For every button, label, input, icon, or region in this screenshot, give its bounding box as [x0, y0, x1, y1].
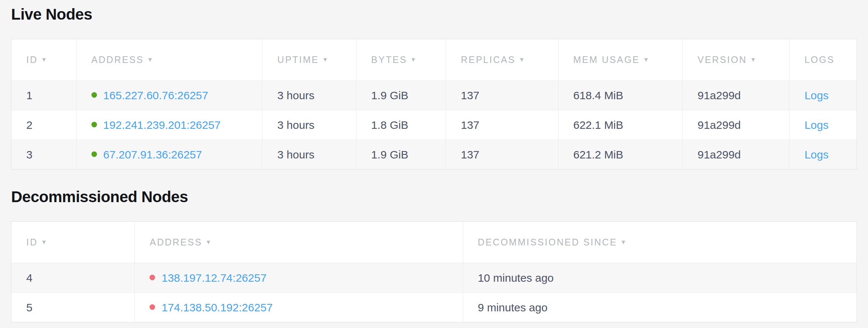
column-header-address[interactable]: ADDRESS▾ [76, 39, 262, 81]
column-header-label: UPTIME [277, 54, 319, 65]
column-header-id[interactable]: ID▾ [11, 39, 77, 81]
column-header-label: REPLICAS [461, 54, 516, 65]
node-logs-link[interactable]: Logs [804, 89, 828, 101]
node-id-cell: 3 [11, 140, 77, 170]
table-row: 3 67.207.91.36:26257 3 hours 1.9 GiB 137… [11, 140, 857, 170]
live-status-dot-icon [91, 122, 97, 127]
column-header-label: ID [26, 54, 38, 65]
node-replicas-cell: 137 [446, 110, 558, 140]
sort-arrow-icon: ▾ [42, 238, 46, 246]
node-logs-link[interactable]: Logs [804, 148, 828, 161]
node-uptime-cell: 3 hours [262, 140, 356, 170]
sort-arrow-icon: ▾ [324, 56, 327, 63]
node-id-cell: 4 [11, 263, 135, 293]
table-row: 4 138.197.12.74:26257 10 minutes ago [11, 263, 857, 293]
table-row: 1 165.227.60.76:26257 3 hours 1.9 GiB 13… [11, 81, 857, 110]
node-bytes-cell: 1.9 GiB [356, 140, 446, 170]
live-nodes-table: ID▾ ADDRESS▾ UPTIME▾ BYTES▾ REPLICAS▾ [11, 39, 857, 170]
node-logs-link[interactable]: Logs [804, 119, 828, 131]
header-row: ID▾ ADDRESS▾ UPTIME▾ BYTES▾ REPLICAS▾ [11, 39, 857, 81]
node-address-cell: 165.227.60.76:26257 [76, 81, 262, 110]
node-uptime-cell: 3 hours [262, 110, 356, 140]
column-header-version[interactable]: VERSION▾ [683, 39, 790, 81]
node-bytes-cell: 1.8 GiB [356, 110, 446, 140]
table-row: 5 174.138.50.192:26257 9 minutes ago [11, 293, 857, 322]
column-header-bytes[interactable]: BYTES▾ [356, 39, 446, 81]
node-bytes-cell: 1.9 GiB [356, 81, 446, 110]
sort-arrow-icon: ▾ [412, 56, 415, 63]
node-address-link[interactable]: 67.207.91.36:26257 [103, 148, 202, 161]
column-header-label: LOGS [804, 54, 834, 65]
live-nodes-table-header: ID▾ ADDRESS▾ UPTIME▾ BYTES▾ REPLICAS▾ [11, 39, 857, 81]
node-address-cell: 174.138.50.192:26257 [135, 293, 463, 322]
node-id-cell: 1 [11, 81, 77, 110]
node-replicas-cell: 137 [446, 140, 558, 170]
node-decommissioned-since-cell: 10 minutes ago [463, 263, 857, 293]
column-header-id[interactable]: ID▾ [11, 222, 135, 263]
node-address-cell: 138.197.12.74:26257 [135, 263, 463, 293]
header-row: ID▾ ADDRESS▾ DECOMMISSIONED SINCE▾ [11, 222, 857, 263]
column-header-address[interactable]: ADDRESS▾ [135, 222, 463, 263]
table-row: 2 192.241.239.201:26257 3 hours 1.8 GiB … [11, 110, 857, 140]
node-version-cell: 91a299d [683, 110, 790, 140]
node-version-cell: 91a299d [683, 81, 790, 110]
sort-arrow-icon: ▾ [520, 56, 524, 63]
sort-arrow-icon: ▾ [751, 56, 755, 63]
sort-arrow-icon: ▾ [644, 56, 648, 63]
sort-arrow-icon: ▾ [42, 56, 46, 63]
column-header-logs: LOGS [790, 39, 857, 81]
decommissioned-nodes-title: Decommissioned Nodes [11, 188, 857, 206]
column-header-label: ADDRESS [150, 237, 202, 247]
node-address-link[interactable]: 192.241.239.201:26257 [103, 119, 221, 131]
column-header-replicas[interactable]: REPLICAS▾ [446, 39, 558, 81]
node-decommissioned-since-cell: 9 minutes ago [463, 293, 857, 322]
column-header-label: DECOMMISSIONED SINCE [478, 237, 617, 247]
node-address-link[interactable]: 138.197.12.74:26257 [161, 272, 267, 284]
column-header-label: VERSION [697, 54, 747, 65]
node-replicas-cell: 137 [446, 81, 558, 110]
column-header-decommissioned-since[interactable]: DECOMMISSIONED SINCE▾ [463, 222, 857, 263]
column-header-label: MEM USAGE [573, 54, 640, 65]
node-mem-usage-cell: 622.1 MiB [558, 110, 683, 140]
live-status-dot-icon [91, 151, 97, 157]
node-logs-cell: Logs [790, 110, 857, 140]
node-address-cell: 192.241.239.201:26257 [76, 110, 262, 140]
node-logs-cell: Logs [790, 81, 857, 110]
sort-arrow-icon: ▾ [148, 56, 152, 63]
node-address-cell: 67.207.91.36:26257 [76, 140, 262, 170]
live-status-dot-icon [91, 92, 97, 98]
decommissioned-status-dot-icon [150, 275, 155, 280]
column-header-label: BYTES [371, 54, 407, 65]
node-version-cell: 91a299d [683, 140, 790, 170]
node-uptime-cell: 3 hours [262, 81, 356, 110]
nodes-page: Live Nodes ID▾ ADDRESS▾ [0, 0, 868, 322]
live-nodes-section: Live Nodes ID▾ ADDRESS▾ [11, 6, 857, 170]
sort-arrow-icon: ▾ [207, 238, 210, 246]
node-mem-usage-cell: 618.4 MiB [558, 81, 683, 110]
decommissioned-nodes-section: Decommissioned Nodes ID▾ ADDRESS▾ DECOMM… [11, 188, 857, 322]
column-header-mem-usage[interactable]: MEM USAGE▾ [558, 39, 683, 81]
sort-arrow-icon: ▾ [621, 238, 625, 246]
column-header-label: ID [26, 237, 38, 247]
node-address-link[interactable]: 165.227.60.76:26257 [103, 89, 208, 101]
node-logs-cell: Logs [790, 140, 857, 170]
node-id-cell: 5 [11, 293, 135, 322]
column-header-label: ADDRESS [91, 54, 144, 65]
decommissioned-status-dot-icon [150, 304, 155, 310]
node-id-cell: 2 [11, 110, 77, 140]
node-mem-usage-cell: 621.2 MiB [558, 140, 683, 170]
decommissioned-nodes-table: ID▾ ADDRESS▾ DECOMMISSIONED SINCE▾ 4 138… [11, 221, 857, 322]
node-address-link[interactable]: 174.138.50.192:26257 [161, 301, 272, 314]
column-header-uptime[interactable]: UPTIME▾ [262, 39, 356, 81]
live-nodes-title: Live Nodes [11, 6, 857, 23]
decommissioned-nodes-table-header: ID▾ ADDRESS▾ DECOMMISSIONED SINCE▾ [11, 222, 857, 263]
